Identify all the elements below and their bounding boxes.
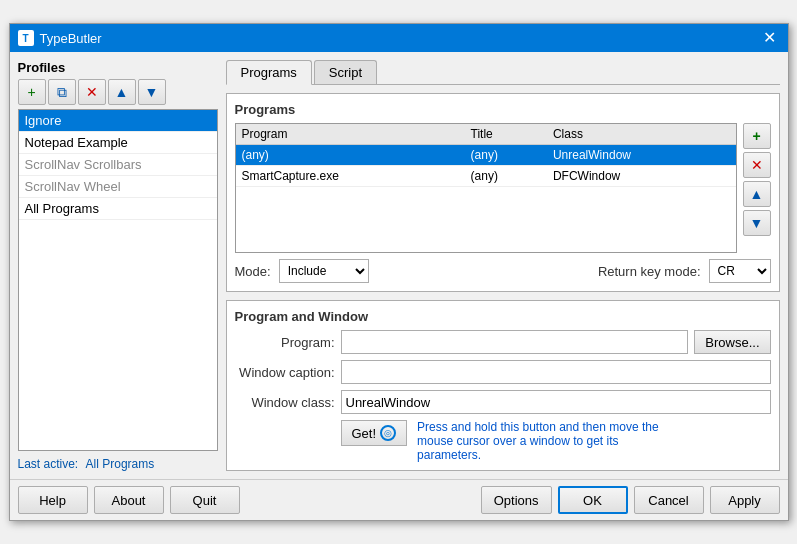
- titlebar-left: T TypeButler: [18, 30, 102, 46]
- profiles-label: Profiles: [18, 60, 218, 75]
- profile-scrollnav-wheel[interactable]: ScrollNav Wheel: [19, 176, 217, 198]
- window-caption-label: Window caption:: [235, 365, 335, 380]
- get-label: Get!: [352, 426, 377, 441]
- mode-label: Mode:: [235, 264, 271, 279]
- last-active-value: All Programs: [86, 457, 155, 471]
- delete-program-button[interactable]: ✕: [743, 152, 771, 178]
- profile-notepad[interactable]: Notepad Example: [19, 132, 217, 154]
- get-hint: Press and hold this button and then move…: [417, 420, 677, 462]
- profile-scrollnav-scrollbars[interactable]: ScrollNav Scrollbars: [19, 154, 217, 176]
- move-down-program-button[interactable]: ▼: [743, 210, 771, 236]
- rkm-label: Return key mode:: [598, 264, 701, 279]
- programs-area: Program Title Class (any) (any) UnrealWi…: [235, 123, 771, 253]
- cell-program: (any): [236, 145, 465, 166]
- move-up-program-button[interactable]: ▲: [743, 181, 771, 207]
- cancel-button[interactable]: Cancel: [634, 486, 704, 514]
- cell-title: (any): [465, 145, 547, 166]
- col-class: Class: [547, 124, 736, 145]
- bottom-bar: Help About Quit Options OK Cancel Apply: [10, 479, 788, 520]
- options-button[interactable]: Options: [481, 486, 552, 514]
- pw-section-title: Program and Window: [235, 309, 771, 324]
- main-window: T TypeButler ✕ Profiles + ⧉ ✕ ▲ ▼ Ignore…: [9, 23, 789, 521]
- window-title: TypeButler: [40, 31, 102, 46]
- tab-script[interactable]: Script: [314, 60, 377, 84]
- cell-program: SmartCapture.exe: [236, 166, 465, 187]
- tab-bar: Programs Script: [226, 60, 780, 85]
- programs-table-wrap: Program Title Class (any) (any) UnrealWi…: [235, 123, 737, 253]
- profiles-list: Ignore Notepad Example ScrollNav Scrollb…: [18, 109, 218, 451]
- add-program-button[interactable]: +: [743, 123, 771, 149]
- program-label: Program:: [235, 335, 335, 350]
- rkm-select[interactable]: CR LF CRLF: [709, 259, 771, 283]
- profile-all-programs[interactable]: All Programs: [19, 198, 217, 220]
- copy-profile-button[interactable]: ⧉: [48, 79, 76, 105]
- browse-button[interactable]: Browse...: [694, 330, 770, 354]
- ok-button[interactable]: OK: [558, 486, 628, 514]
- help-button[interactable]: Help: [18, 486, 88, 514]
- app-icon: T: [18, 30, 34, 46]
- main-content: Profiles + ⧉ ✕ ▲ ▼ Ignore Notepad Exampl…: [10, 52, 788, 479]
- col-title: Title: [465, 124, 547, 145]
- quit-button[interactable]: Quit: [170, 486, 240, 514]
- cell-title: (any): [465, 166, 547, 187]
- programs-section-title: Programs: [235, 102, 771, 117]
- programs-table: Program Title Class (any) (any) UnrealWi…: [236, 124, 736, 187]
- profiles-toolbar: + ⧉ ✕ ▲ ▼: [18, 79, 218, 105]
- about-button[interactable]: About: [94, 486, 164, 514]
- cell-class: UnrealWindow: [547, 145, 736, 166]
- class-field-row: Window class:: [235, 390, 771, 414]
- tab-programs[interactable]: Programs: [226, 60, 312, 85]
- get-row: Get! ◎ Press and hold this button and th…: [235, 420, 771, 462]
- cell-class: DFCWindow: [547, 166, 736, 187]
- programs-section: Programs Program Title Class: [226, 93, 780, 292]
- target-icon: ◎: [380, 425, 396, 441]
- table-row[interactable]: (any) (any) UnrealWindow: [236, 145, 736, 166]
- col-program: Program: [236, 124, 465, 145]
- delete-profile-button[interactable]: ✕: [78, 79, 106, 105]
- last-active-label: Last active:: [18, 457, 79, 471]
- mode-select[interactable]: Include Exclude: [279, 259, 369, 283]
- window-caption-input[interactable]: [341, 360, 771, 384]
- add-profile-button[interactable]: +: [18, 79, 46, 105]
- apply-button[interactable]: Apply: [710, 486, 780, 514]
- window-class-input[interactable]: [341, 390, 771, 414]
- left-panel: Profiles + ⧉ ✕ ▲ ▼ Ignore Notepad Exampl…: [18, 60, 218, 471]
- mode-row: Mode: Include Exclude Return key mode: C…: [235, 259, 771, 283]
- last-active: Last active: All Programs: [18, 457, 218, 471]
- program-input[interactable]: [341, 330, 689, 354]
- get-button[interactable]: Get! ◎: [341, 420, 408, 446]
- program-field-row: Program: Browse...: [235, 330, 771, 354]
- caption-field-row: Window caption:: [235, 360, 771, 384]
- pw-section: Program and Window Program: Browse... Wi…: [226, 300, 780, 471]
- titlebar: T TypeButler ✕: [10, 24, 788, 52]
- table-row[interactable]: SmartCapture.exe (any) DFCWindow: [236, 166, 736, 187]
- programs-side-buttons: + ✕ ▲ ▼: [743, 123, 771, 253]
- close-button[interactable]: ✕: [759, 30, 780, 46]
- right-panel: Programs Script Programs Program Title C…: [226, 60, 780, 471]
- move-up-profile-button[interactable]: ▲: [108, 79, 136, 105]
- profile-ignore[interactable]: Ignore: [19, 110, 217, 132]
- window-class-label: Window class:: [235, 395, 335, 410]
- move-down-profile-button[interactable]: ▼: [138, 79, 166, 105]
